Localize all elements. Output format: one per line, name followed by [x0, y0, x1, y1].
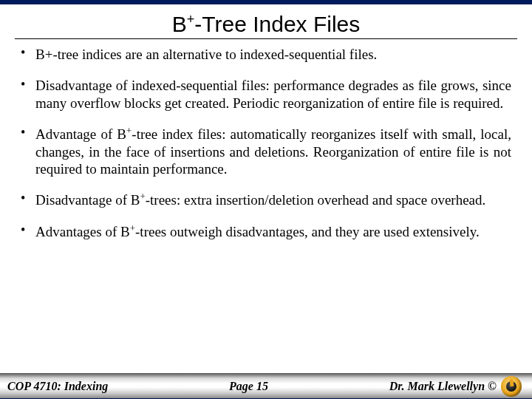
- bullet-pre: Disadvantage of indexed-sequential files…: [35, 78, 511, 112]
- title-prefix: B: [172, 12, 187, 36]
- list-item: Disadvantage of indexed-sequential files…: [21, 77, 511, 112]
- list-item: B+-tree indices are an alternative to in…: [21, 45, 511, 64]
- bullet-post: -trees outweigh disadvantages, and they …: [135, 224, 480, 239]
- list-item: Advantages of B+-trees outweigh disadvan…: [21, 222, 511, 241]
- ucf-logo-icon: [501, 376, 522, 397]
- footer-author: Dr. Mark Llewellyn ©: [389, 380, 497, 393]
- bullet-pre: B+-tree indices are an alternative to in…: [35, 47, 377, 62]
- footer-page: Page 15: [108, 380, 389, 393]
- bullet-post: -trees: extra insertion/deletion overhea…: [146, 192, 486, 208]
- list-item: Disadvantage of B+-trees: extra insertio…: [21, 191, 511, 209]
- footer-bar: COP 4710: Indexing Page 15 Dr. Mark Llew…: [0, 373, 532, 398]
- footer-author-block: Dr. Mark Llewellyn ©: [389, 376, 522, 397]
- list-item: Advantage of B+-tree index files: automa…: [21, 125, 511, 177]
- title-superscript: +: [187, 12, 195, 27]
- footer-course: COP 4710: Indexing: [7, 380, 108, 393]
- title-suffix: -Tree Index Files: [194, 12, 360, 36]
- slide-title: B+-Tree Index Files: [0, 12, 532, 37]
- bullet-list: B+-tree indices are an alternative to in…: [0, 45, 532, 240]
- title-rule: [15, 38, 517, 39]
- bullet-pre: Advantage of B: [35, 127, 126, 143]
- slide: B+-Tree Index Files B+-tree indices are …: [0, 0, 532, 399]
- bullet-pre: Disadvantage of B: [35, 192, 140, 208]
- bullet-sup: +: [130, 222, 135, 233]
- bullet-pre: Advantages of B: [35, 224, 130, 239]
- bullet-sup: +: [140, 191, 145, 202]
